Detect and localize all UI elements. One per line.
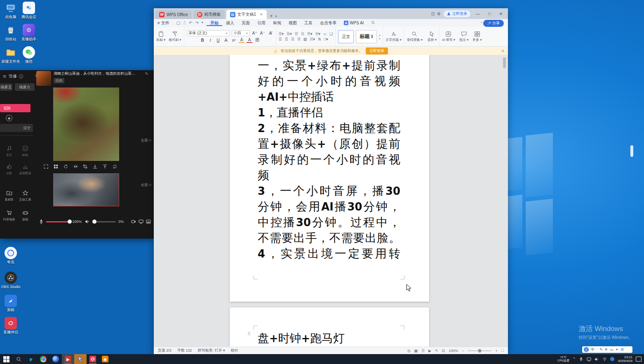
layout-grid-icon[interactable] xyxy=(54,164,58,169)
counter-button[interactable]: 926 xyxy=(0,104,31,112)
switch-icon[interactable] xyxy=(2,74,7,78)
ime-brush-icon[interactable]: ✦ xyxy=(616,347,619,352)
page-view-icon[interactable]: ▦ xyxy=(414,349,418,353)
document-area[interactable]: 一，实景+绿布+提前录制好的一个小时的音视频+AI+中控插话1，直播伴侣2，准备… xyxy=(154,55,508,347)
taskbar-chrome[interactable] xyxy=(37,354,49,364)
help-icon[interactable]: ◔ xyxy=(480,20,482,25)
spellcheck-status[interactable]: 拼写检查: 打开 ▾ xyxy=(198,348,225,353)
play-view-icon[interactable]: ▶ xyxy=(428,349,431,353)
menu-5[interactable]: 视图 xyxy=(285,20,301,26)
line-spacing-icon[interactable]: ☵▾ xyxy=(315,32,320,36)
clear-row[interactable]: 清空 xyxy=(0,124,33,132)
display-icon[interactable] xyxy=(139,219,143,224)
zoom-value[interactable]: 100% xyxy=(449,349,458,353)
tray-display-icon[interactable] xyxy=(587,357,591,362)
scene-tab-6[interactable]: 场景六 xyxy=(15,83,35,91)
ime-pen-icon[interactable]: ✎ xyxy=(599,347,603,352)
desktop-icon-meeting[interactable]: 腾讯会议 xyxy=(18,2,40,19)
tray-mic-icon[interactable] xyxy=(579,357,583,362)
paragraph-mark-icon[interactable]: ☵▾ xyxy=(310,37,315,41)
interface-mode-icon[interactable]: ⊡ xyxy=(431,12,435,16)
highlight-color-button[interactable]: A xyxy=(239,38,244,43)
tray-app-icon[interactable] xyxy=(610,357,614,361)
character-shading-icon[interactable]: 囲 xyxy=(254,37,260,43)
settings-gear-icon[interactable]: ⚙ xyxy=(437,12,441,16)
outline-view-icon[interactable]: ☰ xyxy=(421,349,425,353)
zoom-out-icon[interactable]: − xyxy=(462,349,464,353)
maximize-button[interactable]: □ xyxy=(485,12,494,16)
edit-mode-icon[interactable]: ✎ xyxy=(435,349,438,353)
fullscreen-toggle-icon[interactable]: ⛶ xyxy=(501,348,504,353)
scrollbar-thumb[interactable] xyxy=(503,57,506,68)
fullscreen-icon[interactable] xyxy=(44,164,48,169)
banner-close-icon[interactable]: ✕ xyxy=(501,49,505,53)
desktop-icon-obs[interactable]: OBS Studio xyxy=(0,272,21,289)
tab-document-1[interactable]: ▤ 文字文稿1 ✕ xyxy=(226,10,267,19)
camera-icon[interactable] xyxy=(131,219,136,224)
proofread-button[interactable]: 校对 xyxy=(231,348,238,353)
tool-sticker[interactable]: 贴纸 xyxy=(17,145,33,157)
menu-3[interactable]: 引用 xyxy=(254,20,269,26)
print-icon[interactable]: ⎍ xyxy=(183,21,186,26)
font-name-select[interactable]: 宋体 (正文)▾ xyxy=(187,30,230,36)
comment-tool[interactable]: 批注 ▾ xyxy=(459,31,468,42)
scene-tab-5[interactable]: 场景五 xyxy=(0,83,12,91)
menu-7[interactable]: 会员专享 xyxy=(316,20,340,26)
underline-button[interactable]: U xyxy=(215,38,221,43)
section-all-2[interactable]: 全部 > xyxy=(141,182,151,188)
desktop-icon-live-companion[interactable]: 直播伴侣 xyxy=(0,317,21,334)
shading-icon[interactable]: ⚏ xyxy=(323,32,327,36)
word-count[interactable]: 字数 132 xyxy=(177,348,192,353)
border-icon[interactable]: ❏ xyxy=(329,32,333,36)
monitor-volume-icon[interactable] xyxy=(85,219,90,224)
tool-ecommerce[interactable]: 抖音电商 xyxy=(1,210,17,222)
menu-2[interactable]: 页面 xyxy=(238,20,254,26)
more-tools[interactable]: 更多 ▾ xyxy=(472,31,482,42)
tab-docer-templates[interactable]: D 稻壳模板 xyxy=(193,10,225,19)
save-icon[interactable]: ▢ xyxy=(176,21,180,26)
taskbar-clock[interactable]: 23:21 2025/4/29 xyxy=(618,355,632,363)
cpu-temp-widget[interactable]: 71℃ CPU温度 xyxy=(557,356,569,362)
distribute-icon[interactable]: ▤ xyxy=(303,37,307,41)
menu-1[interactable]: 插入 xyxy=(222,20,238,26)
page-1-text[interactable]: 一，实景+绿布+提前录制好的一个小时的音视频+AI+中控插话1，直播伴侣2，准备… xyxy=(258,58,400,262)
text-layout-tool[interactable]: 文字排版 ▾ xyxy=(385,31,401,42)
tray-network-icon[interactable] xyxy=(602,357,607,362)
tool-game[interactable]: 游戏 xyxy=(17,210,33,222)
taskbar-edge[interactable]: e xyxy=(25,354,37,364)
desktop-icon-wechat[interactable]: 微信 xyxy=(18,46,40,64)
align-center-icon[interactable]: ☲ xyxy=(285,37,288,41)
align-left-icon[interactable]: ☰ xyxy=(279,37,282,41)
document-page-2[interactable]: ⠿ 盘+时钟+跑马灯 xyxy=(230,307,429,347)
increase-font-icon[interactable]: A⁺ xyxy=(252,31,258,35)
share-button[interactable]: 分享 xyxy=(483,20,504,27)
taskbar-app-o[interactable] xyxy=(87,354,99,364)
font-size-select[interactable]: 小四▾ xyxy=(232,30,250,36)
monitor-volume-slider[interactable] xyxy=(92,221,116,222)
superscript-button[interactable]: x² xyxy=(231,38,237,43)
ime-logo-icon[interactable]: 王 xyxy=(584,347,589,352)
document-page-1[interactable]: 一，实景+绿布+提前录制好的一个小时的音视频+AI+中控插话1，直播伴侣2，准备… xyxy=(230,55,429,302)
tray-expand-chevron-icon[interactable]: ⌃ xyxy=(573,357,576,361)
tool-music[interactable]: 音乐 xyxy=(1,145,17,157)
desktop-icon-jianying[interactable]: 剪映 xyxy=(0,295,21,312)
style-gallery-down-icon[interactable]: ▾ xyxy=(379,37,380,40)
tray-volume-icon[interactable] xyxy=(595,357,599,362)
scene-preview-source[interactable] xyxy=(53,173,119,206)
tab-list-chevron-icon[interactable]: ▾ xyxy=(275,14,277,18)
scene-preview-main[interactable] xyxy=(53,87,119,161)
select-tool[interactable]: 选择 ▾ xyxy=(428,31,437,42)
bold-button[interactable]: B xyxy=(200,38,205,43)
edge-handle[interactable] xyxy=(630,145,633,157)
bullet-list-icon[interactable]: ☰▾ xyxy=(279,32,284,36)
paste-button[interactable]: 粘贴 ▾ xyxy=(156,31,165,42)
page-2-text[interactable]: 盘+时钟+跑马灯 xyxy=(258,331,400,346)
style-normal[interactable]: 正文 xyxy=(338,30,354,43)
menu-file[interactable]: ≡ 文件 xyxy=(154,20,173,26)
new-tab-button[interactable]: + xyxy=(270,13,273,19)
text-direction-icon[interactable]: ☴▾ xyxy=(307,32,313,36)
menu-wps-ai[interactable]: A WPS AI xyxy=(340,21,367,25)
ime-symbols-icon[interactable]: ✕ xyxy=(605,347,608,352)
taskbar-search-button[interactable] xyxy=(12,354,25,364)
decrease-indent-icon[interactable]: ☲ xyxy=(295,32,298,36)
